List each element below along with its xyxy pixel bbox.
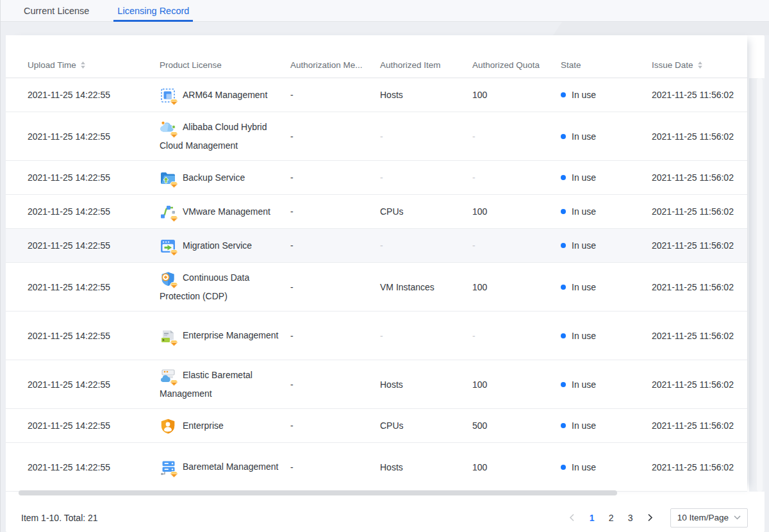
authorized-quota-cell: 100 <box>472 282 561 292</box>
state-label: In use <box>572 131 596 142</box>
issue-date-cell: 2021-11-25 11:56:02 <box>652 282 747 292</box>
upload-time-cell: 2021-11-25 14:22:55 <box>6 172 160 183</box>
state-label: In use <box>572 282 596 292</box>
column-label: Upload Time <box>28 60 76 70</box>
authorized-item-cell: - <box>380 240 472 251</box>
authorized-quota-cell: - <box>472 131 561 142</box>
state-dot-icon <box>561 465 566 470</box>
gem-badge-icon <box>170 215 178 222</box>
authorized-item-cell: CPUs <box>380 420 472 431</box>
gem-badge-icon <box>170 181 178 188</box>
authorized-item-cell: Hosts <box>380 462 472 472</box>
table-row[interactable]: 2021-11-25 14:22:55ARM64 Management-Host… <box>6 78 747 112</box>
product-license-cell: Alibaba Cloud Hybrid Cloud Management <box>160 118 290 154</box>
authorized-quota-cell: 500 <box>472 420 561 431</box>
tab-current-license[interactable]: Current License <box>10 0 103 21</box>
licensing-page: Current License Licensing Record Upload … <box>0 0 769 532</box>
table-overflow-gutter <box>749 78 765 492</box>
state-cell: In use <box>561 131 652 142</box>
state-cell: In use <box>561 172 652 183</box>
product-name: Migration Service <box>183 240 252 251</box>
column-label: Product License <box>160 60 222 70</box>
licensing-record-table: Upload TimeProduct LicenseAuthorization … <box>6 35 747 492</box>
column-label: Authorization Me... <box>290 60 363 70</box>
prev-page-icon[interactable] <box>565 510 579 526</box>
page-number-1[interactable]: 1 <box>586 510 599 526</box>
column-header-upload-time[interactable]: Upload Time <box>6 60 160 70</box>
state-dot-icon <box>561 209 566 214</box>
table-body: 2021-11-25 14:22:55ARM64 Management-Host… <box>6 78 747 492</box>
column-header-authorized-item: Authorized Item <box>380 60 472 70</box>
upload-time-cell: 2021-11-25 14:22:55 <box>6 90 160 100</box>
authorized-item-cell: - <box>380 172 472 183</box>
tab-bar: Current License Licensing Record <box>1 0 769 22</box>
column-header-product-license: Product License <box>160 60 290 70</box>
vmware-flow-icon <box>160 204 176 220</box>
authorization-method-cell: - <box>290 379 380 390</box>
table-row[interactable]: 2021-11-25 14:22:55Baremetal Management-… <box>6 443 747 492</box>
table-row[interactable]: 2021-11-25 14:22:55Migration Service---I… <box>6 229 747 263</box>
table-row[interactable]: 2021-11-25 14:22:55Continuous Data Prote… <box>6 263 747 312</box>
authorized-item-cell: - <box>380 331 472 341</box>
issue-date-cell: 2021-11-25 11:56:02 <box>652 379 747 390</box>
table-row[interactable]: 2021-11-25 14:22:55Elastic Baremetal Man… <box>6 360 747 409</box>
horizontal-scrollbar-thumb[interactable] <box>19 490 617 495</box>
enterprise-server-icon <box>160 328 176 345</box>
authorization-method-cell: - <box>290 172 380 183</box>
gem-badge-icon <box>170 131 178 138</box>
product-license-cell: Baremetal Management <box>160 458 290 476</box>
gem-badge-icon <box>170 282 178 289</box>
sort-icon[interactable] <box>80 61 86 69</box>
table-header-row: Upload TimeProduct LicenseAuthorization … <box>6 35 747 78</box>
product-license-cell: Migration Service <box>160 237 290 254</box>
vertical-scrollbar-track[interactable] <box>757 78 763 492</box>
enterprise-shield-icon <box>160 418 176 435</box>
authorized-item-cell: CPUs <box>380 206 472 217</box>
state-label: In use <box>572 240 596 251</box>
upload-time-cell: 2021-11-25 14:22:55 <box>6 462 160 472</box>
next-page-icon[interactable] <box>643 510 657 526</box>
page-number-3[interactable]: 3 <box>624 510 637 526</box>
authorization-method-cell: - <box>290 462 380 472</box>
table-row[interactable]: 2021-11-25 14:22:55Enterprise Management… <box>6 312 747 360</box>
baremetal-server-icon <box>160 460 176 476</box>
state-dot-icon <box>561 382 566 387</box>
licensing-record-card: Upload TimeProduct LicenseAuthorization … <box>6 35 765 532</box>
sort-icon[interactable] <box>697 61 703 69</box>
product-license-cell: ARM64 Management <box>160 86 290 104</box>
product-license-cell: Elastic Baremetal Management <box>160 366 290 402</box>
table-footer: Item 1-10. Total: 21 123 10 Item/Page <box>6 503 765 532</box>
issue-date-cell: 2021-11-25 11:56:02 <box>652 172 747 183</box>
product-license-cell: Continuous Data Protection (CDP) <box>160 269 290 304</box>
state-label: In use <box>572 379 596 390</box>
hybrid-cloud-icon <box>160 120 176 137</box>
state-dot-icon <box>561 243 566 248</box>
cdp-shield-icon <box>160 270 176 287</box>
page-size-select[interactable]: 10 Item/Page <box>670 508 748 528</box>
state-dot-icon <box>561 175 566 180</box>
product-name: Baremetal Management <box>183 461 278 472</box>
pagination: 123 10 Item/Page <box>565 508 748 528</box>
state-dot-icon <box>561 423 566 428</box>
page-number-2[interactable]: 2 <box>605 510 618 526</box>
gem-badge-icon <box>170 379 178 387</box>
table-row[interactable]: 2021-11-25 14:22:55Enterprise-CPUs500In … <box>6 409 747 443</box>
state-cell: In use <box>561 282 652 292</box>
product-name: Enterprise Management <box>183 330 278 340</box>
column-header-issue-date[interactable]: Issue Date <box>652 60 747 70</box>
product-license-cell: VMware Management <box>160 203 290 220</box>
issue-date-cell: 2021-11-25 11:56:02 <box>652 420 747 431</box>
page-size-value: 10 Item/Page <box>677 513 729 522</box>
table-row[interactable]: 2021-11-25 14:22:55VMware Management-CPU… <box>6 195 747 229</box>
table-row[interactable]: 2021-11-25 14:22:55Backup Service---In u… <box>6 161 747 195</box>
product-license-cell: Backup Service <box>160 169 290 187</box>
authorized-item-cell: - <box>380 131 472 142</box>
issue-date-cell: 2021-11-25 11:56:02 <box>652 331 747 341</box>
upload-time-cell: 2021-11-25 14:22:55 <box>6 420 160 431</box>
authorized-item-cell: Hosts <box>380 379 472 390</box>
upload-time-cell: 2021-11-25 14:22:55 <box>6 282 160 292</box>
authorized-quota-cell: - <box>472 172 561 183</box>
table-row[interactable]: 2021-11-25 14:22:55Alibaba Cloud Hybrid … <box>6 112 747 161</box>
state-label: In use <box>572 462 596 472</box>
tab-licensing-record[interactable]: Licensing Record <box>103 0 203 21</box>
